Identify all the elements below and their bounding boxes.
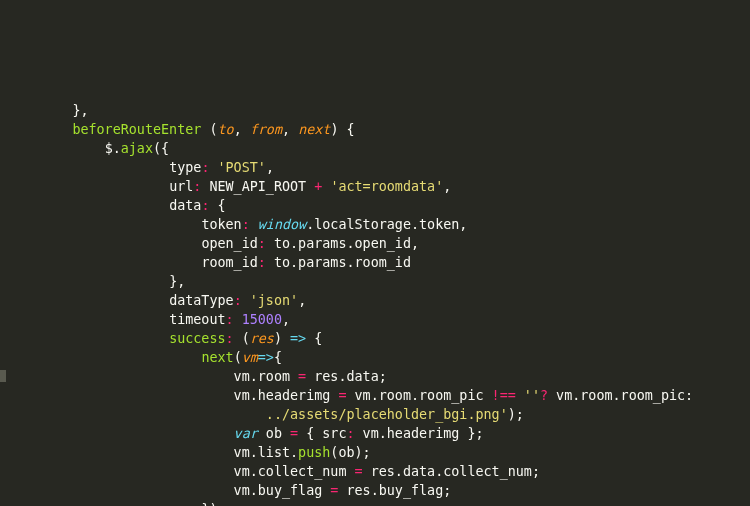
code-line[interactable]: $.ajax({ <box>24 139 750 158</box>
code-line[interactable]: vm.room = res.data; <box>24 367 750 386</box>
indent <box>24 160 169 175</box>
code-token: { <box>306 331 322 346</box>
indent <box>24 141 105 156</box>
code-line[interactable]: beforeRouteEnter (to, from, next) { <box>24 120 750 139</box>
code-token: data <box>169 198 201 213</box>
code-line[interactable]: }, <box>24 272 750 291</box>
code-token: => <box>258 350 274 365</box>
code-token: vm.headerimg }; <box>355 426 484 441</box>
indent <box>24 217 201 232</box>
code-token: src <box>322 426 346 441</box>
code-token: (ob); <box>330 445 370 460</box>
indent <box>24 331 169 346</box>
code-token: ajax <box>121 141 153 156</box>
code-token: beforeRouteEnter <box>72 122 201 137</box>
code-token: vm.room.room_pic: <box>548 388 693 403</box>
code-token: : <box>234 293 242 308</box>
code-token: ( <box>234 331 250 346</box>
code-line[interactable]: token: window.localStorage.token, <box>24 215 750 234</box>
code-line[interactable]: vm.list.push(ob); <box>24 443 750 462</box>
code-token: $ <box>105 141 113 156</box>
code-token: : <box>242 217 250 232</box>
code-token: vm.headerimg <box>234 388 339 403</box>
code-line[interactable]: success: (res) => { <box>24 329 750 348</box>
code-token: = <box>298 369 306 384</box>
code-token <box>250 217 258 232</box>
code-token: , <box>443 179 451 194</box>
code-line[interactable]: ../assets/placeholder_bgi.png'); <box>24 405 750 424</box>
code-token: 'json' <box>250 293 298 308</box>
code-editor[interactable]: }, beforeRouteEnter (to, from, next) { $… <box>0 95 750 506</box>
indent <box>24 103 72 118</box>
code-token: res.data; <box>306 369 387 384</box>
code-token: = <box>290 426 298 441</box>
code-token: url <box>169 179 193 194</box>
code-token: next <box>298 122 330 137</box>
indent <box>24 426 234 441</box>
indent <box>24 350 201 365</box>
indent <box>24 445 234 460</box>
code-token: , <box>298 293 306 308</box>
indent <box>24 483 234 498</box>
code-token: , <box>266 160 274 175</box>
code-token: ) <box>274 331 290 346</box>
code-token: : <box>258 236 266 251</box>
indent <box>24 122 72 137</box>
indent <box>24 464 234 479</box>
code-token: { <box>298 426 322 441</box>
code-token: success <box>169 331 225 346</box>
code-line[interactable]: next(vm=>{ <box>24 348 750 367</box>
code-token: ? <box>540 388 548 403</box>
code-token: { <box>209 198 225 213</box>
code-token: NEW_API_ROOT <box>209 179 314 194</box>
indent <box>24 236 201 251</box>
code-line[interactable]: timeout: 15000, <box>24 310 750 329</box>
code-token: vm.list. <box>234 445 299 460</box>
code-line[interactable]: data: { <box>24 196 750 215</box>
indent <box>24 179 169 194</box>
code-line[interactable]: vm.collect_num = res.data.collect_num; <box>24 462 750 481</box>
code-token: vm.collect_num <box>234 464 355 479</box>
code-line[interactable]: dataType: 'json', <box>24 291 750 310</box>
code-token: ( <box>234 350 242 365</box>
code-token: }, <box>169 274 185 289</box>
code-token: }) <box>201 502 217 506</box>
code-token: { <box>274 350 282 365</box>
code-token: 15000 <box>242 312 282 327</box>
code-token: = <box>355 464 363 479</box>
code-line[interactable]: var ob = { src: vm.headerimg }; <box>24 424 750 443</box>
code-token: push <box>298 445 330 460</box>
gutter <box>0 95 24 506</box>
code-token: : <box>258 255 266 270</box>
code-token: vm <box>242 350 258 365</box>
code-line[interactable]: url: NEW_API_ROOT + 'act=roomdata', <box>24 177 750 196</box>
code-line[interactable]: open_id: to.params.open_id, <box>24 234 750 253</box>
code-token: res.data.collect_num; <box>363 464 540 479</box>
code-line[interactable]: room_id: to.params.room_id <box>24 253 750 272</box>
code-token: , <box>282 122 298 137</box>
code-token: type <box>169 160 201 175</box>
code-token: var <box>234 426 258 441</box>
code-token: : <box>226 312 234 327</box>
indent <box>24 407 266 422</box>
code-token <box>516 388 524 403</box>
code-token: : <box>346 426 354 441</box>
code-line[interactable]: }, <box>24 101 750 120</box>
code-token: vm.room.room_pic <box>346 388 491 403</box>
code-token: ) { <box>330 122 354 137</box>
code-line[interactable]: vm.headerimg = vm.room.room_pic !== ''? … <box>24 386 750 405</box>
code-line[interactable]: type: 'POST', <box>24 158 750 177</box>
code-line[interactable]: vm.buy_flag = res.buy_flag; <box>24 481 750 500</box>
code-token: ob <box>258 426 290 441</box>
code-token: to <box>218 122 234 137</box>
indent <box>24 369 234 384</box>
code-token: dataType <box>169 293 234 308</box>
indent <box>24 293 169 308</box>
code-token <box>242 293 250 308</box>
code-token: vm.room <box>234 369 299 384</box>
code-token: '' <box>524 388 540 403</box>
code-token <box>209 160 217 175</box>
code-token: => <box>290 331 306 346</box>
code-line[interactable]: }) <box>24 500 750 506</box>
code-area[interactable]: }, beforeRouteEnter (to, from, next) { $… <box>24 101 750 506</box>
